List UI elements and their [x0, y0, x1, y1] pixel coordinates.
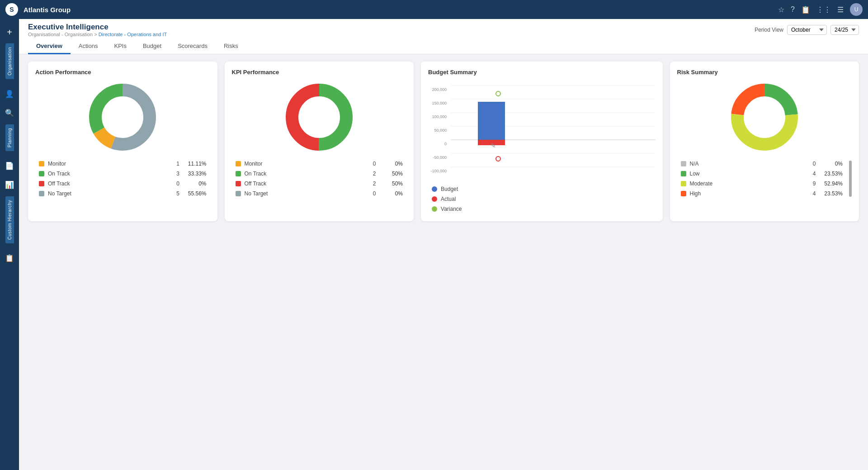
- tab-scorecards[interactable]: Scorecards: [170, 39, 216, 54]
- kpi-legend-item-notarget: No Target 0 0%: [236, 190, 403, 197]
- kpi-offtrack-dot: [236, 181, 241, 186]
- budget-yaxis: 200,000 150,000 100,000 50,000 0 -50,000…: [426, 85, 449, 184]
- budget-barchart: ✎: [451, 81, 655, 180]
- sidebar-section-custom-hierarchy[interactable]: Custom Hierarchy: [5, 196, 14, 243]
- kpi-monitor-label: Monitor: [245, 161, 367, 167]
- topbar: S Atlantis Group ☆ ? 📋 ⋮⋮ ☰ U: [0, 0, 868, 19]
- offtrack-label: Off Track: [48, 180, 170, 187]
- sidebar: + Organisation 👤 🔍 Planning 📄 📊 Custom H…: [0, 19, 19, 470]
- kpi-performance-title: KPI Performance: [232, 69, 407, 76]
- variance-dot-bottom: [496, 157, 500, 161]
- page-title: Executive Intelligence: [28, 23, 167, 32]
- kpi-legend: Monitor 0 0% On Track 2 50% Off Track 2: [232, 161, 407, 197]
- actual-label-text: Actual: [441, 196, 651, 202]
- notarget-count: 5: [174, 190, 183, 197]
- budget-dot: [432, 186, 437, 192]
- kpi-notarget-count: 0: [370, 190, 379, 197]
- budget-summary-card: Budget Summary 200,000 150,000 100,000 5…: [421, 62, 662, 221]
- offtrack-dot: [39, 181, 44, 186]
- legend-item-ontrack: On Track 3 33.33%: [39, 171, 207, 177]
- app-title: Atlantis Group: [24, 6, 778, 14]
- monitor-pct: 11.11%: [186, 161, 207, 167]
- topbar-icons: ☆ ? 📋 ⋮⋮ ☰ U: [778, 3, 863, 16]
- kpi-ontrack-count: 2: [370, 171, 379, 177]
- budget-legend-variance: Variance: [432, 206, 651, 212]
- risk-legend-moderate: Moderate 9 52.94%: [681, 180, 843, 187]
- risk-na-dot: [681, 161, 686, 166]
- risk-low-dot: [681, 171, 686, 176]
- kpi-notarget-pct: 0%: [382, 190, 403, 197]
- kpi-monitor-dot: [236, 161, 241, 166]
- risk-na-count: 0: [810, 161, 819, 167]
- budget-label-text: Budget: [441, 186, 651, 192]
- tab-overview[interactable]: Overview: [28, 39, 71, 54]
- breadcrumb: Organisational - Organisation > Director…: [28, 32, 167, 37]
- notarget-pct: 55.56%: [186, 190, 207, 197]
- ontrack-label: On Track: [48, 171, 170, 177]
- monitor-dot: [39, 161, 44, 166]
- risk-low-label: Low: [690, 171, 807, 177]
- sidebar-icon-chart[interactable]: 📊: [0, 176, 19, 195]
- menu-icon[interactable]: ☰: [837, 5, 844, 14]
- sidebar-icon-doc[interactable]: 📄: [0, 157, 19, 176]
- cursor-icon: ✎: [491, 142, 496, 149]
- report-icon[interactable]: 📋: [801, 5, 810, 14]
- svg-text:0: 0: [444, 142, 447, 146]
- grid-icon[interactable]: ⋮⋮: [816, 5, 831, 14]
- kpi-offtrack-label: Off Track: [245, 180, 367, 187]
- kpi-ontrack-label: On Track: [245, 171, 367, 177]
- sidebar-section-planning[interactable]: Planning: [5, 124, 14, 151]
- avatar[interactable]: U: [850, 3, 863, 16]
- svg-text:-100,000: -100,000: [431, 169, 447, 173]
- actual-dot: [432, 196, 437, 202]
- monitor-count: 1: [174, 161, 183, 167]
- svg-text:100,000: 100,000: [432, 114, 447, 119]
- legend-item-notarget: No Target 5 55.56%: [39, 190, 207, 197]
- sidebar-icon-users[interactable]: 👤: [0, 85, 19, 104]
- offtrack-count: 0: [174, 180, 183, 187]
- period-month-select[interactable]: October November December: [787, 25, 827, 35]
- sidebar-icon-search[interactable]: 🔍: [0, 104, 19, 123]
- risk-donut-svg: [728, 81, 801, 153]
- risk-na-pct: 0%: [822, 161, 843, 167]
- period-year-select[interactable]: 24/25 23/24: [830, 25, 859, 35]
- action-legend: Monitor 1 11.11% On Track 3 33.33% Off T…: [35, 161, 210, 197]
- sidebar-icon-report[interactable]: 📋: [0, 249, 19, 268]
- tab-kpis[interactable]: KPIs: [106, 39, 134, 54]
- sidebar-section-organisation[interactable]: Organisation: [5, 43, 14, 79]
- tab-budget[interactable]: Budget: [135, 39, 170, 54]
- risk-donut-wrap: [677, 81, 852, 153]
- kpi-offtrack-pct: 50%: [382, 180, 403, 187]
- variance-dot: [432, 206, 437, 212]
- breadcrumb-link[interactable]: Directorate - Operations and IT: [99, 32, 167, 37]
- kpi-donut-svg: [283, 81, 355, 153]
- risk-na-label: N/A: [690, 161, 807, 167]
- sidebar-icon-add[interactable]: +: [0, 23, 19, 42]
- content: Action Performance Monit: [19, 54, 868, 470]
- star-icon[interactable]: ☆: [778, 5, 784, 14]
- tab-risks[interactable]: Risks: [216, 39, 246, 54]
- kpi-donut-wrap: [232, 81, 407, 153]
- risk-moderate-label: Moderate: [690, 180, 807, 187]
- budget-legend-budget: Budget: [432, 186, 651, 192]
- help-icon[interactable]: ?: [791, 5, 795, 14]
- legend-item-monitor: Monitor 1 11.11%: [39, 161, 207, 167]
- risk-moderate-pct: 52.94%: [822, 180, 843, 187]
- tab-actions[interactable]: Actions: [71, 39, 106, 54]
- tabs: Overview Actions KPIs Budget Scorecards …: [28, 39, 859, 54]
- ontrack-dot: [39, 171, 44, 176]
- action-performance-title: Action Performance: [35, 69, 210, 76]
- main-area: Executive Intelligence Organisational - …: [19, 19, 868, 470]
- kpi-performance-card: KPI Performance Monitor 0 0%: [225, 62, 414, 221]
- risk-legend: N/A 0 0% Low 4 23.53%: [677, 161, 847, 197]
- budget-legend-actual: Actual: [432, 196, 651, 202]
- budget-legend: Budget Actual Variance: [428, 184, 655, 214]
- period-label: Period View: [755, 27, 783, 33]
- notarget-label: No Target: [48, 190, 170, 197]
- svg-text:150,000: 150,000: [432, 101, 447, 105]
- ontrack-count: 3: [174, 171, 183, 177]
- kpi-notarget-dot: [236, 191, 241, 196]
- monitor-label: Monitor: [48, 161, 170, 167]
- ontrack-pct: 33.33%: [186, 171, 207, 177]
- app-logo[interactable]: S: [5, 3, 18, 16]
